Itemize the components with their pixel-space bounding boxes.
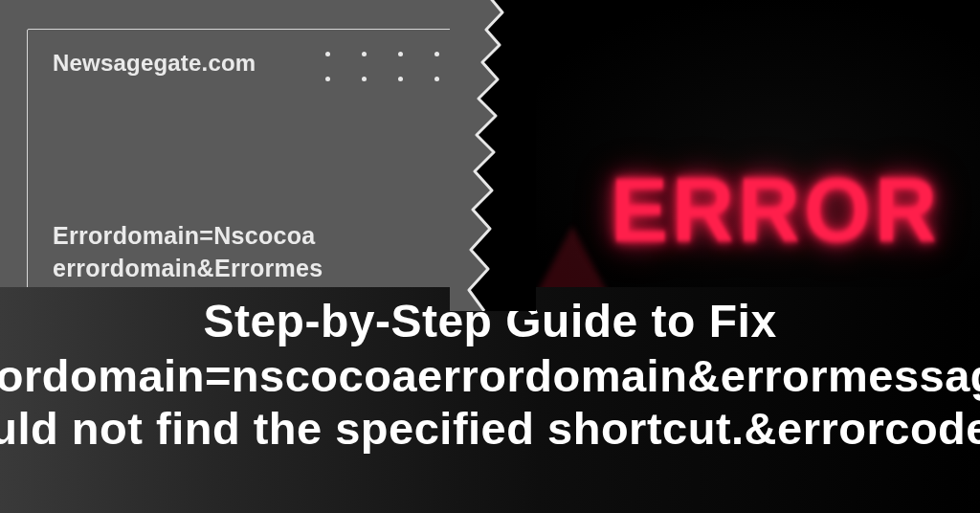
thumbnail-canvas: Newsagegate.com Errordomain=Nscocoa erro… — [0, 0, 980, 513]
caption-line-2: Errordomain=nscocoaerrordomain&errormess… — [0, 349, 980, 402]
caption-band: Step-by-Step Guide to Fix Errordomain=ns… — [0, 287, 980, 513]
neon-error-label: ERROR — [611, 158, 941, 261]
caption-line-3: could not find the specified shortcut.&e… — [0, 402, 980, 455]
decorative-dots — [325, 52, 446, 88]
left-panel: Newsagegate.com Errordomain=Nscocoa erro… — [0, 0, 479, 306]
error-snippet-line-1: Errordomain=Nscocoa — [53, 222, 316, 250]
brand-label: Newsagegate.com — [53, 50, 256, 77]
error-snippet-line-2: errordomain&Errormes — [53, 255, 323, 282]
torn-paper-edge-icon — [450, 0, 536, 311]
